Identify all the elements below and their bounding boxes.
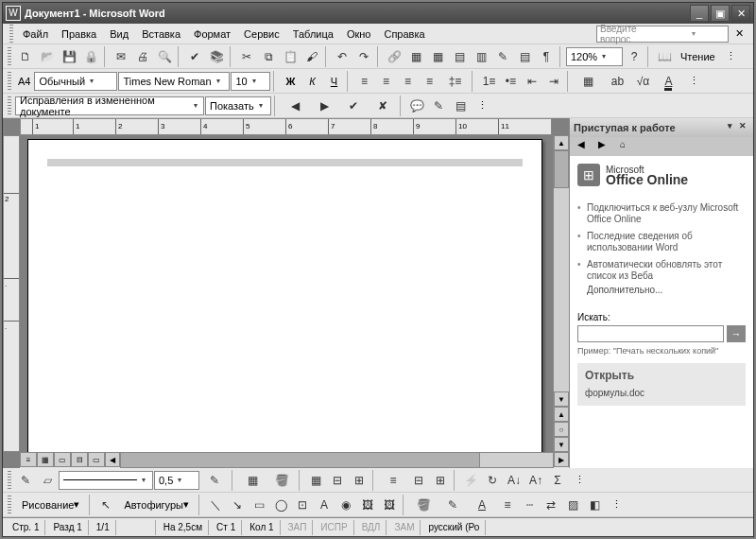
justify-button[interactable]: ≡ [419,71,439,92]
textbox-button[interactable]: ⊡ [292,495,313,515]
toolbar-overflow[interactable]: ⋮ [569,470,590,491]
tables-borders-button[interactable]: ▦ [405,46,426,67]
track-mode-combo[interactable]: Исправления в измененном документе▾ [15,96,204,115]
close-button[interactable]: ✕ [731,5,750,22]
horizontal-ruler[interactable]: 1 1 2 3 4 5 6 7 8 9 10 11 [20,118,552,135]
tp-link-news[interactable]: Последние сведения об использовании Word [577,228,746,256]
menu-close-doc[interactable]: ✕ [729,24,749,44]
taskpane-search-go[interactable]: → [727,325,746,342]
sort-desc-button[interactable]: A↑ [525,470,546,491]
format-painter-button[interactable]: 🖌 [301,46,322,67]
reading-view-button[interactable]: ▭ [88,452,105,467]
taskpane-search-input[interactable] [577,325,724,342]
arrow-button[interactable]: ↘ [227,495,248,515]
border-button[interactable]: ▦ [574,71,602,92]
status-rec[interactable]: ЗАП [283,520,314,535]
sort-asc-button[interactable]: A↓ [504,470,524,491]
scroll-up-button[interactable]: ▲ [554,135,569,150]
new-button[interactable]: 🗋 [15,46,36,67]
vertical-scrollbar[interactable]: ▲ ▼ ▲ ○ ▼ [553,135,569,452]
select-objects-button[interactable]: ↖ [95,495,116,515]
numbering-button[interactable]: 1≡ [478,71,499,92]
scroll-down-button[interactable]: ▼ [554,391,569,407]
style-combo[interactable]: Обычный▾ [34,72,117,91]
size-combo[interactable]: 10▾ [231,72,270,91]
web-view-button[interactable]: ▦ [37,452,54,467]
diagram-button[interactable]: ◉ [335,495,356,515]
shadow-button[interactable]: ▨ [562,495,583,515]
align-right-button[interactable]: ≡ [397,71,418,92]
line-spacing-button[interactable]: ‡≡ [440,71,469,92]
status-lang[interactable]: русский (Ро [422,520,486,535]
distribute-rows-button[interactable]: ⊟ [408,470,429,491]
undo-button[interactable]: ↶ [332,46,352,67]
prev-page-button[interactable]: ▲ [554,407,569,422]
copy-button[interactable]: ⧉ [258,46,279,67]
line-style-button[interactable]: ≡ [497,495,518,515]
print-view-button[interactable]: ▭ [54,452,71,467]
reading-icon-button[interactable]: 📖 [654,46,675,67]
tp-link-connect[interactable]: Подключиться к веб-узлу Microsoft Office… [577,200,746,228]
drawing-toggle[interactable]: ✎ [492,46,513,67]
horizontal-scrollbar[interactable]: ◀ ▶ [105,452,569,468]
menu-file[interactable]: Файл [16,26,55,42]
hyperlink-button[interactable]: 🔗 [384,46,404,67]
indent-button[interactable]: ⇥ [543,71,564,92]
style-pane-button[interactable]: A4 [15,71,33,92]
bullets-button[interactable]: •≡ [500,71,521,92]
insert-table2-button[interactable]: ▦ [305,470,326,491]
docmap-button[interactable]: ▤ [514,46,535,67]
help-button[interactable]: ? [624,46,644,67]
menu-edit[interactable]: Правка [55,26,103,42]
menu-table[interactable]: Таблица [286,26,340,42]
scroll-thumb[interactable] [554,150,569,188]
preview-button[interactable]: 🔍 [154,46,175,67]
status-page[interactable]: Стр. 1 [7,520,45,535]
menu-format[interactable]: Формат [187,26,237,42]
menu-help[interactable]: Справка [377,26,431,42]
reading-button[interactable]: Чтение [676,46,720,67]
insert-table-button[interactable]: ▦ [427,46,448,67]
taskpane-close-button[interactable]: ✕ [736,121,749,134]
font-color2-button[interactable]: A [468,495,496,515]
toolbar-overflow[interactable]: ⋮ [683,71,704,92]
menu-insert[interactable]: Вставка [135,26,187,42]
paste-button[interactable]: 📋 [280,46,301,67]
shading-button[interactable]: 🪣 [267,470,296,491]
text-direction-button[interactable]: ↻ [482,470,503,491]
oval-button[interactable]: ◯ [270,495,291,515]
nav-forward-button[interactable]: ▶ [594,139,610,154]
reject-button[interactable]: ✘ [369,96,397,116]
next-change-button[interactable]: ▶ [310,96,338,116]
merge-cells-button[interactable]: ⊟ [327,470,348,491]
comment-button[interactable]: 💬 [406,96,427,116]
accept-button[interactable]: ✔ [339,96,368,116]
print-button[interactable]: 🖨 [132,46,153,67]
status-trk[interactable]: ИСПР [315,520,353,535]
status-ext[interactable]: ВДЛ [356,520,387,535]
nav-home-button[interactable]: ⌂ [615,139,630,154]
menu-window[interactable]: Окно [340,26,378,42]
permissions-button[interactable]: 🔒 [80,46,101,67]
line-color-button[interactable]: ✎ [438,495,467,515]
page[interactable] [27,139,542,452]
autoshapes-menu[interactable]: Автофигуры ▾ [117,495,196,515]
normal-view-button[interactable]: ≡ [20,452,37,467]
menu-tools[interactable]: Сервис [237,26,286,42]
scroll-left-button[interactable]: ◀ [105,452,120,467]
minimize-button[interactable]: _ [690,5,709,22]
align-left-button[interactable]: ≡ [353,71,374,92]
open-button[interactable]: 📂 [37,46,58,67]
document-viewport[interactable] [20,135,553,452]
toolbar-grip[interactable] [8,47,11,66]
border-style-button[interactable]: ▦ [238,470,266,491]
columns-button[interactable]: ▥ [471,46,491,67]
font-color-button[interactable]: A [654,71,682,92]
next-page-button[interactable]: ▼ [554,437,569,452]
distribute-cols-button[interactable]: ⊞ [430,470,451,491]
fill-color-button[interactable]: 🪣 [409,495,438,515]
font-combo[interactable]: Times New Roman▾ [118,72,230,91]
tp-link-update[interactable]: Автоматически обновлять этот список из В… [577,256,746,285]
outline-view-button[interactable]: ⊟ [71,452,88,467]
reviewing-pane-button[interactable]: ▤ [450,96,471,116]
